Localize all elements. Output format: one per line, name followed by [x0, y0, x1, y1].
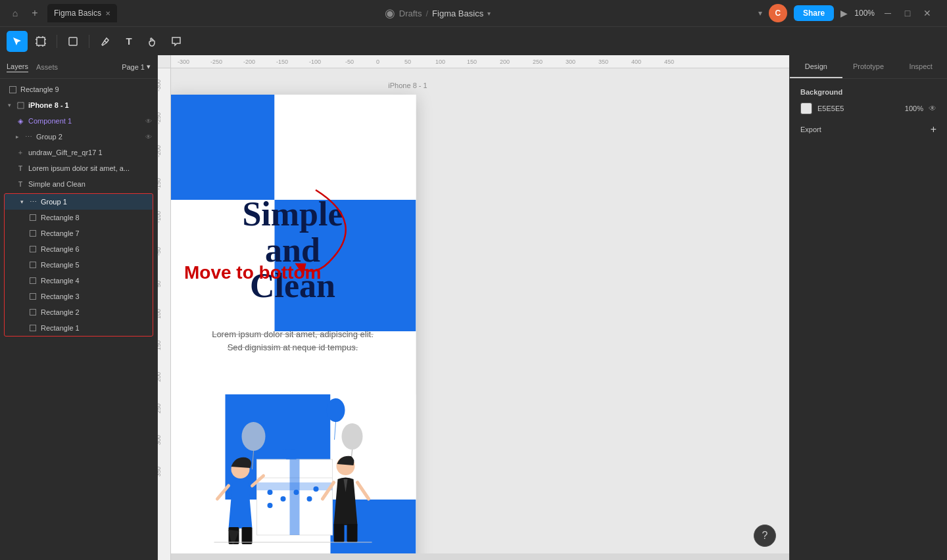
layer-item-rect1[interactable]: Rectangle 1 — [5, 320, 153, 336]
iphone-frame[interactable]: SimpleandClean Lorem ipsum dolor sit ame… — [171, 95, 416, 560]
layer-list: Rectangle 9 ▾ iPhone 8 - 1 ◈ Component 1… — [0, 79, 157, 560]
shape-tool[interactable] — [62, 31, 84, 52]
page-selector[interactable]: Page 1 ▾ — [122, 62, 151, 71]
right-content: Background E5E5E5 100% 👁 Export + — [790, 79, 947, 145]
help-button[interactable]: ? — [754, 525, 776, 547]
svg-rect-19 — [30, 262, 36, 268]
comment-tool[interactable] — [166, 31, 187, 52]
eye-icon-2[interactable]: 👁 — [145, 133, 152, 141]
svg-rect-9 — [69, 37, 77, 45]
rect-icon-9 — [28, 323, 37, 333]
breadcrumb-sep: / — [425, 9, 428, 18]
frame-label: iPhone 8 - 1 — [388, 82, 427, 89]
tab-prototype[interactable]: Prototype — [842, 55, 895, 78]
layer-item-rect6[interactable]: Rectangle 6 — [5, 241, 153, 257]
add-tab-icon[interactable]: + — [28, 6, 42, 20]
rect-icon-2 — [28, 213, 37, 222]
svg-rect-22 — [30, 310, 36, 315]
component-icon: ◈ — [16, 116, 25, 126]
svg-rect-33 — [256, 482, 332, 490]
toolbar: T — [0, 26, 947, 55]
export-add-icon[interactable]: + — [931, 124, 936, 135]
frame-tool[interactable] — [30, 31, 51, 52]
layer-item-rect8[interactable]: Rectangle 8 — [5, 210, 153, 225]
design-content: SimpleandClean Lorem ipsum dolor sit ame… — [171, 95, 416, 560]
svg-point-26 — [326, 398, 345, 422]
svg-rect-23 — [30, 325, 36, 331]
svg-rect-32 — [289, 459, 299, 535]
rect-icon-4 — [28, 245, 37, 254]
user-avatar: C — [769, 4, 787, 22]
play-icon[interactable]: ▶ — [840, 8, 848, 18]
canvas-content[interactable]: iPhone 8 - 1 SimpleandClean — [171, 68, 789, 560]
share-button[interactable]: Share — [794, 5, 834, 21]
tab-layers[interactable]: Layers — [7, 61, 28, 72]
layer-item-lorem[interactable]: T Lorem ipsum dolor sit amet, a... — [0, 160, 157, 176]
layer-item-iphone[interactable]: ▾ iPhone 8 - 1 — [0, 97, 157, 113]
breadcrumb-file[interactable]: Figma Basics — [432, 9, 483, 18]
hand-tool[interactable] — [142, 31, 163, 52]
layer-item-rect2[interactable]: Rectangle 2 — [5, 304, 153, 320]
file-tab[interactable]: Figma Basics ✕ — [47, 4, 117, 22]
svg-line-47 — [357, 482, 368, 499]
svg-line-27 — [334, 422, 335, 440]
layer-item-simple[interactable]: T Simple and Clean — [0, 176, 157, 192]
close-button[interactable]: ✕ — [921, 8, 934, 18]
main-layout: Layers Assets Page 1 ▾ Rectangle 9 ▾ — [0, 55, 947, 560]
home-icon[interactable]: ⌂ — [8, 6, 22, 20]
svg-rect-18 — [30, 246, 36, 252]
illustration — [194, 384, 391, 560]
ruler-vertical: -300 -250 -200 -150 -100 -50 50 100 150 … — [158, 68, 171, 560]
svg-point-35 — [280, 496, 285, 502]
svg-rect-48 — [333, 524, 344, 542]
canvas-area[interactable]: -300 -250 -200 -150 -100 -50 0 50 100 15… — [158, 55, 789, 560]
layer-item-comp1[interactable]: ◈ Component 1 👁 — [0, 113, 157, 129]
svg-point-28 — [341, 423, 362, 450]
move-tool[interactable] — [7, 31, 28, 52]
tab-inspect[interactable]: Inspect — [894, 55, 947, 78]
layer-item-group2[interactable]: ▸ ⋯ Group 2 👁 — [0, 129, 157, 145]
visibility-icon[interactable]: 👁 — [929, 104, 936, 113]
svg-rect-11 — [17, 102, 23, 108]
background-row: E5E5E5 100% 👁 — [800, 103, 936, 114]
minimize-button[interactable]: ─ — [881, 8, 894, 18]
layer-item-undraw[interactable]: + undraw_Gift_re_qr17 1 — [0, 145, 157, 160]
collapse-icon[interactable]: ▾ — [758, 9, 762, 18]
export-row: Export + — [800, 124, 936, 135]
zoom-level[interactable]: 100% — [854, 9, 875, 18]
close-tab-icon[interactable]: ✕ — [105, 10, 110, 17]
rect-icon-3 — [28, 229, 37, 238]
opacity-value[interactable]: 100% — [905, 105, 923, 112]
layer-item-rect3[interactable]: Rectangle 3 — [5, 289, 153, 304]
svg-rect-49 — [347, 524, 357, 542]
tab-design[interactable]: Design — [790, 55, 842, 78]
layer-item-rect9[interactable]: Rectangle 9 — [0, 82, 157, 97]
titlebar: ⌂ + Figma Basics ✕ ◉ Drafts / Figma Basi… — [0, 0, 947, 26]
svg-point-39 — [313, 486, 318, 492]
layer-item-group1[interactable]: ▾ ⋯ Group 1 — [5, 194, 153, 210]
layer-item-rect7[interactable]: Rectangle 7 — [5, 225, 153, 241]
annotation-text: Move to bottom — [184, 262, 321, 283]
group-icon-2: ⋯ — [28, 197, 37, 206]
rect-icon-6 — [28, 276, 37, 285]
rect-icon-5 — [28, 260, 37, 269]
right-tabs: Design Prototype Inspect — [790, 55, 947, 79]
frame-icon-2: + — [16, 148, 25, 157]
tab-assets[interactable]: Assets — [36, 62, 58, 72]
breadcrumb-drafts: Drafts — [399, 9, 422, 18]
hex-value[interactable]: E5E5E5 — [817, 105, 900, 112]
rect-icon-8 — [28, 308, 37, 317]
color-swatch[interactable] — [800, 103, 812, 114]
svg-rect-16 — [30, 215, 36, 221]
export-label: Export — [800, 126, 821, 133]
eye-icon[interactable]: 👁 — [145, 118, 152, 125]
layer-item-rect4[interactable]: Rectangle 4 — [5, 273, 153, 289]
horizontal-scrollbar[interactable] — [171, 553, 789, 560]
layer-item-rect5[interactable]: Rectangle 5 — [5, 257, 153, 273]
svg-rect-21 — [30, 294, 36, 300]
separator-1 — [57, 35, 57, 48]
text-tool[interactable]: T — [118, 31, 139, 52]
pen-tool[interactable] — [95, 31, 116, 52]
group-icon: ⋯ — [24, 132, 33, 141]
maximize-button[interactable]: □ — [901, 8, 914, 18]
